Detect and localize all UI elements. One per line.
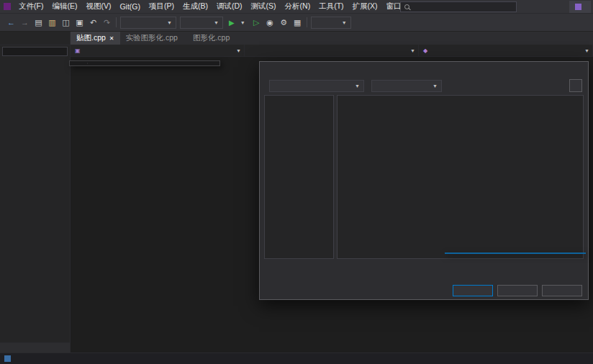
breakpoints-icon[interactable]: ◉ — [265, 18, 276, 27]
auto-dropdown[interactable]: ▼ — [311, 17, 351, 29]
save-icon[interactable]: ◫ — [60, 18, 71, 27]
ok-button[interactable] — [453, 285, 493, 296]
back-icon[interactable]: ← — [6, 18, 17, 27]
feedback-icon[interactable] — [4, 355, 11, 362]
project-icon: ▣ — [75, 47, 81, 54]
quick-search-box[interactable] — [400, 1, 517, 12]
options-gear-icon[interactable]: ⚙ — [279, 18, 289, 27]
menubar-item[interactable]: 分析(N) — [281, 0, 315, 13]
solution-explorer-panel — [0, 32, 71, 352]
menu-bar: 文件(F)编辑(E)视图(V)Git(G)项目(P)生成(B)调试(D)测试(S… — [0, 0, 593, 14]
navbar-project-dropdown[interactable]: ▣ ▼ — [71, 45, 245, 56]
toolbar-separator — [116, 17, 117, 27]
menubar-item[interactable]: 编辑(E) — [47, 0, 81, 13]
editor-navigation-bar: ▣ ▼ ▼ ◆ ▼ — [71, 45, 593, 57]
navbar-symbol-dropdown[interactable]: ◆ ▼ — [419, 45, 593, 56]
vs-logo-icon — [4, 3, 11, 10]
chevron-down-icon: ▼ — [240, 20, 245, 25]
redo-icon[interactable]: ↷ — [101, 18, 112, 27]
chevron-down-icon: ▼ — [214, 20, 219, 25]
chevron-down-icon: ▼ — [236, 48, 241, 53]
main-toolbar: ←→▤▥◫▣↶↷ ▼ ▼ ▶ ▼ ▷◉⚙▦ ▼ — [0, 14, 593, 32]
menubar-item[interactable]: 项目(P) — [145, 0, 178, 13]
start-without-debugging-icon[interactable]: ▷ — [251, 18, 262, 27]
menubar-item[interactable]: 扩展(X) — [348, 0, 382, 13]
search-icon — [404, 4, 409, 9]
panel-bottom-tabs — [0, 342, 70, 352]
navbar-scope-dropdown[interactable]: ▼ — [245, 45, 419, 56]
start-debugging-button[interactable]: ▶ ▼ — [227, 19, 248, 27]
property-pages-tree — [264, 95, 334, 259]
property-grid — [337, 95, 584, 259]
menubar-item[interactable]: 文件(F) — [14, 0, 47, 13]
dialog-configuration-select[interactable]: ▼ — [269, 80, 364, 92]
configuration-manager-button[interactable] — [569, 79, 582, 92]
toolbar-separator — [307, 17, 307, 27]
charset-dropdown-popup — [445, 252, 586, 254]
project-context-menu — [69, 60, 220, 66]
menubar-item[interactable]: 视图(V) — [81, 0, 115, 13]
toolbar-left-icons: ←→▤▥◫▣↶↷ — [6, 18, 112, 27]
menubar-item[interactable]: 工具(T) — [314, 0, 348, 13]
menu-bar-items: 文件(F)编辑(E)视图(V)Git(G)项目(P)生成(B)调试(D)测试(S… — [14, 0, 452, 13]
menubar-item[interactable]: 调试(D) — [212, 0, 247, 13]
solution-explorer-title — [0, 32, 70, 42]
find-in-files-icon[interactable]: ▦ — [292, 18, 303, 27]
chevron-down-icon: ▼ — [342, 20, 347, 25]
property-description — [264, 260, 584, 283]
solution-explorer-toolbar — [0, 42, 70, 45]
chevron-down-icon: ▼ — [167, 20, 172, 25]
chevron-down-icon: ▼ — [433, 83, 438, 88]
dialog-config-row: ▼ ▼ — [260, 76, 588, 95]
tab-close-icon[interactable]: ✕ — [109, 35, 114, 42]
chevron-down-icon: ▼ — [584, 48, 589, 53]
document-tabstrip: 贴图.cpp ✕ 实验图形化.cpp 图形化.cpp — [71, 32, 593, 45]
play-icon: ▶ — [229, 19, 235, 27]
configuration-dropdown[interactable]: ▼ — [120, 17, 176, 29]
toolbar-right-icons: ▷◉⚙▦ — [251, 18, 303, 27]
dialog-titlebar[interactable] — [260, 62, 588, 76]
menubar-item[interactable]: 生成(B) — [178, 0, 212, 13]
new-file-icon[interactable]: ▤ — [33, 18, 44, 27]
visual-studio-window: 文件(F)编辑(E)视图(V)Git(G)项目(P)生成(B)调试(D)测试(S… — [0, 0, 593, 364]
apply-button[interactable] — [542, 285, 582, 296]
open-file-icon[interactable]: ▥ — [47, 18, 58, 27]
dialog-actions — [453, 285, 582, 296]
property-pages-dialog: ▼ ▼ — [259, 61, 589, 300]
chevron-down-icon: ▼ — [410, 48, 415, 53]
menubar-item[interactable]: 测试(S) — [247, 0, 281, 13]
chevron-down-icon: ▼ — [355, 83, 360, 88]
status-bar — [0, 352, 593, 364]
document-tab[interactable]: 图形化.cpp — [187, 32, 239, 45]
document-tab[interactable]: 实验图形化.cpp — [120, 32, 187, 45]
dialog-platform-select[interactable]: ▼ — [371, 80, 442, 92]
solution-explorer-search-input[interactable] — [2, 47, 68, 56]
method-icon: ◆ — [423, 47, 427, 54]
cancel-button[interactable] — [497, 285, 538, 296]
forward-icon[interactable]: → — [19, 18, 30, 27]
undo-icon[interactable]: ↶ — [88, 18, 99, 27]
document-tab[interactable]: 贴图.cpp ✕ — [71, 32, 120, 45]
platform-dropdown[interactable]: ▼ — [180, 17, 223, 29]
menubar-item[interactable]: Git(G) — [115, 0, 145, 13]
solution-badge-icon — [575, 4, 581, 10]
save-all-icon[interactable]: ▣ — [74, 18, 85, 27]
solution-title-badge[interactable] — [569, 1, 591, 13]
